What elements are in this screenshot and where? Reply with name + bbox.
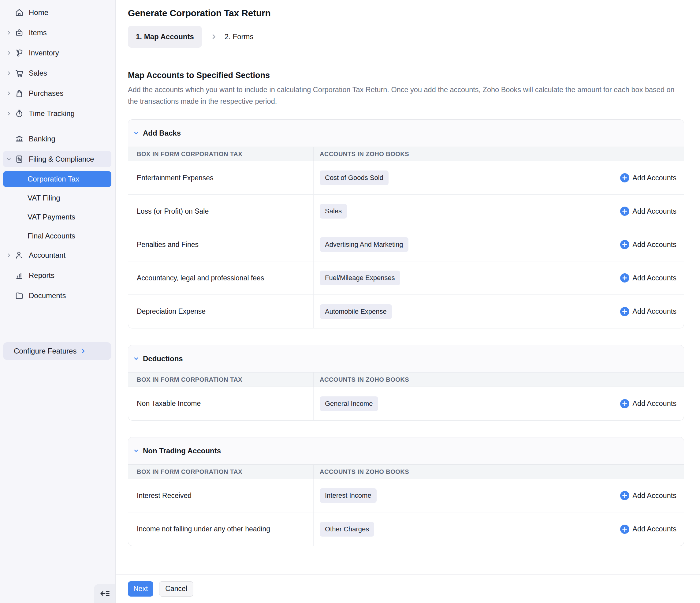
sidebar-item-label: Time Tracking xyxy=(29,109,75,118)
sidebar-item-label: VAT Filing xyxy=(28,194,60,202)
box-label: Accountancy, legal and professional fees xyxy=(128,261,314,294)
banking-icon xyxy=(14,134,24,144)
table-row: Non Taxable Income General Income Add Ac… xyxy=(128,387,684,420)
next-button[interactable]: Next xyxy=(128,581,153,597)
plus-circle-icon xyxy=(620,491,629,500)
plus-circle-icon xyxy=(620,173,629,183)
sidebar-item-sales[interactable]: Sales xyxy=(3,65,111,81)
sidebar-item-banking[interactable]: Banking xyxy=(3,131,111,147)
add-accounts-button[interactable]: Add Accounts xyxy=(620,399,676,408)
sidebar-item-time-tracking[interactable]: Time Tracking xyxy=(3,105,111,122)
column-header-accounts: ACCOUNTS IN ZOHO BOOKS xyxy=(314,465,684,479)
configure-features-button[interactable]: Configure Features xyxy=(3,342,111,360)
add-accounts-button[interactable]: Add Accounts xyxy=(620,491,676,500)
main-panel: Generate Corporation Tax Return 1. Map A… xyxy=(116,0,700,603)
add-accounts-button[interactable]: Add Accounts xyxy=(620,240,676,249)
sidebar-item-vat-filing[interactable]: VAT Filing xyxy=(3,190,111,206)
inventory-icon xyxy=(14,48,24,58)
chevron-right-icon xyxy=(80,348,86,354)
app-root: Home Items Inventory xyxy=(0,0,700,603)
box-label: Interest Received xyxy=(128,479,314,512)
card-title: Deductions xyxy=(143,355,183,363)
sidebar-item-label: Sales xyxy=(29,69,47,77)
box-label: Depreciation Expense xyxy=(128,295,314,328)
chevron-right-icon xyxy=(6,252,13,258)
account-chip: Interest Income xyxy=(320,488,377,503)
table-row: Accountancy, legal and professional fees… xyxy=(128,261,684,295)
chevron-right-icon xyxy=(6,50,13,56)
sidebar-item-corporation-tax[interactable]: Corporation Tax xyxy=(3,171,111,187)
sidebar-item-home[interactable]: Home xyxy=(3,4,111,21)
chevron-right-icon xyxy=(6,111,13,116)
column-header-accounts: ACCOUNTS IN ZOHO BOOKS xyxy=(314,372,684,387)
chevron-down-icon xyxy=(133,356,139,362)
chevron-down-icon xyxy=(133,130,139,136)
section-heading: Map Accounts to Specified Sections xyxy=(128,71,684,80)
wizard-steps: 1. Map Accounts 2. Forms xyxy=(128,26,700,48)
table-row: Loss (or Profit) on Sale Sales Add Accou… xyxy=(128,195,684,228)
add-accounts-label: Add Accounts xyxy=(632,400,676,408)
table-row: Depreciation Expense Automobile Expense … xyxy=(128,295,684,328)
configure-features-label: Configure Features xyxy=(14,347,76,355)
content-area: Map Accounts to Specified Sections Add t… xyxy=(116,62,700,574)
plus-circle-icon xyxy=(620,240,629,249)
add-accounts-label: Add Accounts xyxy=(632,491,676,500)
sidebar-item-label: Purchases xyxy=(29,89,63,98)
sidebar-item-label: Final Accounts xyxy=(28,232,75,240)
account-chip: Automobile Expense xyxy=(320,304,392,319)
sidebar-item-label: Inventory xyxy=(29,49,59,57)
add-accounts-button[interactable]: Add Accounts xyxy=(620,525,676,534)
page-title: Generate Corporation Tax Return xyxy=(128,8,700,18)
column-header-accounts: ACCOUNTS IN ZOHO BOOKS xyxy=(314,147,684,161)
step-map-accounts[interactable]: 1. Map Accounts xyxy=(128,26,202,48)
plus-circle-icon xyxy=(620,399,629,408)
sidebar-item-label: VAT Payments xyxy=(28,213,75,221)
account-chip: Other Charges xyxy=(320,522,374,536)
items-icon xyxy=(14,28,24,38)
sidebar-item-final-accounts[interactable]: Final Accounts xyxy=(3,228,111,244)
add-accounts-label: Add Accounts xyxy=(632,307,676,316)
add-accounts-label: Add Accounts xyxy=(632,241,676,249)
sidebar-item-label: Reports xyxy=(29,271,54,280)
plus-circle-icon xyxy=(620,207,629,216)
card-title: Non Trading Accounts xyxy=(143,447,221,455)
sidebar-item-reports[interactable]: Reports xyxy=(3,267,111,284)
sidebar-item-purchases[interactable]: Purchases xyxy=(3,85,111,101)
sales-icon xyxy=(14,68,24,78)
page-header: Generate Corporation Tax Return 1. Map A… xyxy=(116,0,700,62)
sidebar-item-inventory[interactable]: Inventory xyxy=(3,45,111,61)
add-accounts-button[interactable]: Add Accounts xyxy=(620,307,676,316)
time-tracking-icon xyxy=(14,108,24,119)
section-header-non-trading-accounts[interactable]: Non Trading Accounts xyxy=(128,437,684,464)
box-label: Income not falling under any other headi… xyxy=(128,512,314,546)
sidebar-item-label: Home xyxy=(29,8,48,17)
sidebar-item-accountant[interactable]: Accountant xyxy=(3,247,111,263)
add-accounts-button[interactable]: Add Accounts xyxy=(620,173,676,183)
sidebar-item-filing-compliance[interactable]: Filing & Compliance xyxy=(3,151,111,167)
add-accounts-button[interactable]: Add Accounts xyxy=(620,273,676,283)
sidebar-item-documents[interactable]: Documents xyxy=(3,287,111,304)
account-chip: Advertising And Marketing xyxy=(320,237,408,252)
table-header-row: BOX IN FORM CORPORATION TAX ACCOUNTS IN … xyxy=(128,147,684,161)
table-row: Entertainment Expenses Cost of Goods Sol… xyxy=(128,161,684,195)
sidebar-collapse-button[interactable] xyxy=(94,584,115,603)
table-row: Penalties and Fines Advertising And Mark… xyxy=(128,228,684,261)
sidebar-item-label: Accountant xyxy=(29,251,66,260)
cancel-button[interactable]: Cancel xyxy=(159,581,193,597)
chevron-right-icon xyxy=(6,91,13,96)
add-accounts-button[interactable]: Add Accounts xyxy=(620,207,676,216)
step-forms[interactable]: 2. Forms xyxy=(225,32,254,41)
box-label: Loss (or Profit) on Sale xyxy=(128,195,314,228)
box-label: Non Taxable Income xyxy=(128,387,314,420)
sidebar-item-vat-payments[interactable]: VAT Payments xyxy=(3,209,111,225)
column-header-box: BOX IN FORM CORPORATION TAX xyxy=(128,147,314,161)
sidebar-item-label: Banking xyxy=(29,135,55,143)
section-header-add-backs[interactable]: Add Backs xyxy=(128,120,684,147)
add-accounts-label: Add Accounts xyxy=(632,274,676,282)
account-chip: General Income xyxy=(320,396,378,411)
sidebar-item-items[interactable]: Items xyxy=(3,24,111,41)
section-header-deductions[interactable]: Deductions xyxy=(128,345,684,372)
footer-action-bar: Next Cancel xyxy=(116,574,700,603)
column-header-box: BOX IN FORM CORPORATION TAX xyxy=(128,372,314,387)
account-chip: Cost of Goods Sold xyxy=(320,170,389,185)
